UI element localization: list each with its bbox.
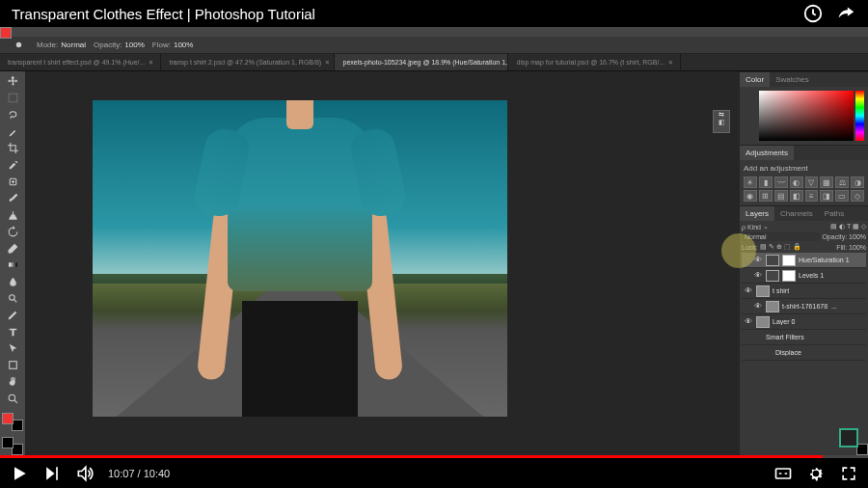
eraser-tool-icon[interactable] bbox=[2, 240, 23, 257]
exposure-adjustment-icon[interactable]: ◐ bbox=[790, 176, 803, 188]
document-tab[interactable]: pexels-photo-105234.jpeg @ 18.9% (Hue/Sa… bbox=[335, 54, 508, 70]
visibility-icon[interactable]: 👁 bbox=[744, 286, 753, 296]
invert-adjustment-icon[interactable]: ◧ bbox=[790, 190, 803, 202]
adjustments-panel: Adjustments Add an adjustment ☀ ▮ 〰 ◐ ▽ … bbox=[740, 145, 868, 205]
settings-button[interactable] bbox=[806, 464, 826, 483]
hand-tool-icon[interactable] bbox=[2, 373, 23, 390]
pen-tool-icon[interactable] bbox=[2, 307, 23, 323]
photo-filter-adjustment-icon[interactable]: ◉ bbox=[744, 190, 757, 202]
subtitles-button[interactable] bbox=[773, 464, 793, 483]
visibility-icon[interactable]: 👁 bbox=[753, 256, 763, 265]
photoshop-menubar[interactable] bbox=[0, 27, 868, 37]
visibility-icon[interactable] bbox=[763, 348, 773, 358]
dodge-tool-icon[interactable] bbox=[2, 290, 23, 307]
layer-name: Hue/Saturation 1 bbox=[799, 257, 850, 263]
path-selection-tool-icon[interactable] bbox=[2, 340, 23, 357]
visibility-icon[interactable]: 👁 bbox=[753, 302, 763, 312]
color-swatch[interactable] bbox=[744, 91, 757, 141]
history-brush-tool-icon[interactable] bbox=[2, 224, 23, 240]
healing-brush-tool-icon[interactable] bbox=[2, 174, 23, 190]
levels-adjustment-icon[interactable]: ▮ bbox=[759, 176, 773, 188]
layer-row[interactable]: 👁t-shirt-1761678_... bbox=[742, 299, 866, 314]
eyedropper-tool-icon[interactable] bbox=[2, 156, 23, 173]
visibility-icon[interactable]: 👁 bbox=[753, 271, 763, 281]
opacity-option[interactable]: Opacity:100% bbox=[94, 41, 145, 49]
blend-mode-row[interactable]: NormalOpacity:100% bbox=[742, 232, 866, 241]
posterize-adjustment-icon[interactable]: ≡ bbox=[805, 190, 819, 202]
color-balance-adjustment-icon[interactable]: ⚖ bbox=[835, 176, 849, 188]
zoom-tool-icon[interactable] bbox=[2, 391, 23, 407]
layer-row[interactable]: 👁t shirt bbox=[742, 284, 866, 299]
options-bar[interactable]: Mode:Normal Opacity:100% Flow:100% bbox=[0, 37, 868, 54]
gradient-map-adjustment-icon[interactable]: ▭ bbox=[835, 190, 849, 202]
adjustments-hint: Add an adjustment bbox=[744, 164, 864, 173]
fullscreen-button[interactable] bbox=[839, 464, 858, 483]
close-icon[interactable]: × bbox=[325, 59, 329, 66]
close-icon[interactable]: × bbox=[149, 59, 152, 66]
channels-tab[interactable]: Channels bbox=[774, 206, 819, 221]
visibility-icon[interactable] bbox=[753, 333, 763, 342]
layer-thumbnail[interactable] bbox=[766, 301, 779, 312]
layer-mask-thumbnail[interactable] bbox=[782, 255, 796, 266]
canvas-area[interactable]: ⇆◧ bbox=[25, 71, 740, 455]
next-button[interactable] bbox=[42, 464, 62, 483]
layer-row[interactable]: Displace bbox=[742, 345, 866, 361]
swatches-tab[interactable]: Swatches bbox=[770, 72, 815, 87]
hue-adjustment-icon[interactable]: ▦ bbox=[820, 176, 833, 188]
curves-adjustment-icon[interactable]: 〰 bbox=[774, 176, 788, 188]
foreground-background-colors[interactable] bbox=[2, 413, 23, 431]
color-picker[interactable] bbox=[744, 91, 864, 141]
rectangle-tool-icon[interactable] bbox=[2, 357, 23, 373]
layer-thumbnail[interactable] bbox=[766, 255, 779, 266]
watch-later-icon[interactable] bbox=[802, 3, 824, 24]
layer-thumbnail[interactable] bbox=[766, 270, 779, 282]
close-icon[interactable]: × bbox=[668, 59, 672, 66]
share-icon[interactable] bbox=[835, 3, 856, 24]
paths-tab[interactable]: Paths bbox=[819, 206, 850, 221]
brush-tool-icon[interactable] bbox=[2, 190, 23, 206]
visibility-icon[interactable]: 👁 bbox=[744, 317, 753, 327]
layer-mask-thumbnail[interactable] bbox=[782, 270, 796, 282]
crop-tool-icon[interactable] bbox=[2, 140, 23, 156]
blur-tool-icon[interactable] bbox=[2, 274, 23, 290]
selective-color-adjustment-icon[interactable]: ◇ bbox=[851, 190, 864, 202]
document-tab[interactable]: transparent t shirt effect.psd @ 49.1% (… bbox=[0, 54, 161, 70]
layer-row[interactable]: 👁Levels 1 bbox=[742, 268, 866, 284]
gradient-tool-icon[interactable] bbox=[2, 257, 23, 273]
bw-adjustment-icon[interactable]: ◑ bbox=[851, 176, 864, 188]
threshold-adjustment-icon[interactable]: ◨ bbox=[820, 190, 833, 202]
marquee-tool-icon[interactable] bbox=[2, 90, 23, 106]
document-tab[interactable]: disp map for tutorial.psd @ 16.7% (t shi… bbox=[508, 54, 681, 70]
layer-name: Displace bbox=[775, 349, 801, 356]
lasso-tool-icon[interactable] bbox=[2, 107, 23, 123]
floating-panel[interactable]: ⇆◧ bbox=[713, 110, 730, 133]
document-canvas[interactable] bbox=[93, 100, 507, 417]
layer-row[interactable]: 👁Hue/Saturation 1 bbox=[742, 253, 866, 268]
blend-mode-option[interactable]: Mode:Normal bbox=[37, 41, 86, 49]
color-tab[interactable]: Color bbox=[740, 72, 770, 87]
color-lookup-adjustment-icon[interactable]: ▤ bbox=[774, 190, 788, 202]
magic-wand-tool-icon[interactable] bbox=[2, 123, 23, 140]
layer-thumbnail[interactable] bbox=[756, 316, 770, 328]
layers-tab[interactable]: Layers bbox=[740, 206, 774, 221]
play-button[interactable] bbox=[10, 464, 29, 483]
volume-button[interactable] bbox=[75, 464, 95, 483]
layer-row[interactable]: 👁Layer 0 bbox=[742, 314, 866, 330]
progress-bar[interactable] bbox=[0, 455, 868, 458]
clone-stamp-tool-icon[interactable] bbox=[2, 206, 23, 223]
document-tabs: transparent t shirt effect.psd @ 49.1% (… bbox=[0, 54, 868, 71]
brightness-adjustment-icon[interactable]: ☀ bbox=[744, 176, 757, 188]
channel-mixer-adjustment-icon[interactable]: ⊞ bbox=[759, 190, 773, 202]
lock-row[interactable]: Lock:▧ ✎ ⊕ ⬚ 🔒Fill:100% bbox=[742, 243, 866, 251]
type-tool-icon[interactable] bbox=[2, 323, 23, 339]
svg-point-5 bbox=[9, 295, 14, 300]
layer-filter-row[interactable]: ρKind⌄▤ ◐ T ▦ ◇ bbox=[742, 223, 866, 230]
layer-thumbnail[interactable] bbox=[756, 285, 770, 297]
layer-row[interactable]: Smart Filters bbox=[742, 330, 866, 345]
adjustments-tab[interactable]: Adjustments bbox=[740, 146, 794, 160]
vibrance-adjustment-icon[interactable]: ▽ bbox=[805, 176, 819, 188]
foreground-background-colors[interactable] bbox=[2, 437, 23, 455]
document-tab[interactable]: transp t shirt 2.psd @ 47.2% (Saturation… bbox=[161, 54, 335, 70]
flow-option[interactable]: Flow:100% bbox=[152, 41, 194, 49]
move-tool-icon[interactable] bbox=[2, 73, 23, 90]
